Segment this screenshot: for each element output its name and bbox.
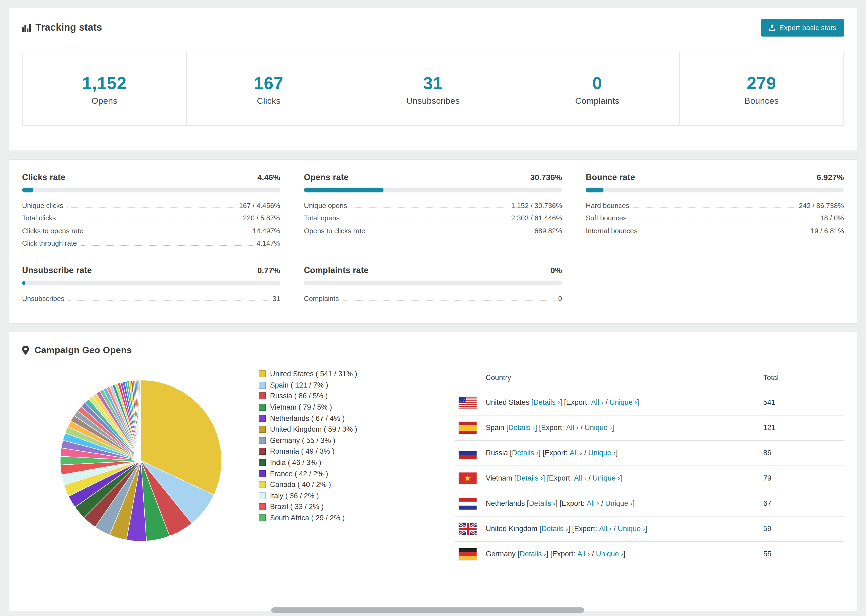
rate-panel-header: Complaints rate0% xyxy=(304,266,562,275)
details-link[interactable]: Details › xyxy=(512,449,539,457)
rate-stat-value: 0 xyxy=(558,294,562,302)
rate-value: 30.736% xyxy=(531,173,562,182)
separator: / xyxy=(599,499,605,508)
details-link[interactable]: Details › xyxy=(520,550,546,558)
bracket: ] [Export: xyxy=(535,424,566,432)
bracket: [ xyxy=(540,525,542,533)
rate-panel-header: Unsubscribe rate0.77% xyxy=(22,266,280,275)
bracket: ] xyxy=(616,449,618,457)
rate-stat-row: Internal bounces19 / 6.81% xyxy=(586,224,844,237)
progress-bar-fill xyxy=(22,188,34,192)
separator: / xyxy=(590,550,596,558)
dotted-leader xyxy=(60,220,239,220)
horizontal-scrollbar[interactable] xyxy=(271,607,584,613)
legend-item: South Africa ( 29 / 2% ) xyxy=(259,512,405,523)
stat-value: 1,152 xyxy=(23,74,186,94)
country-name: United States xyxy=(486,398,531,406)
stat-label: Complaints xyxy=(515,96,679,106)
legend-item: Brazil ( 33 / 2% ) xyxy=(259,501,405,512)
export-all-link[interactable]: All › xyxy=(599,525,612,533)
stat-label: Clicks xyxy=(187,96,351,106)
country-cell: Vietnam [Details ›] [Export: All › / Uni… xyxy=(455,465,763,491)
legend-swatch xyxy=(259,492,266,499)
export-all-link[interactable]: All › xyxy=(574,474,587,482)
export-unique-link[interactable]: Unique › xyxy=(618,525,645,533)
legend-label: Russia ( 86 / 5% ) xyxy=(270,392,328,400)
separator: / xyxy=(603,398,610,406)
country-cell-content: Russia [Details ›] [Export: All › / Uniq… xyxy=(455,447,763,459)
rate-stat-value: 18 / 0% xyxy=(820,214,844,222)
bracket: [ xyxy=(506,424,509,432)
legend-swatch xyxy=(259,382,266,389)
legend-swatch xyxy=(259,448,266,455)
rate-stat-row: Complaints0 xyxy=(304,292,562,305)
legend-label: Vietnam ( 79 / 5% ) xyxy=(270,403,332,411)
export-unique-link[interactable]: Unique › xyxy=(610,398,637,406)
progress-bar xyxy=(22,188,280,192)
geo-table-header-row: Country Total xyxy=(455,365,844,390)
export-all-link[interactable]: All › xyxy=(578,550,590,558)
export-unique-link[interactable]: Unique › xyxy=(605,499,633,508)
total-cell: 67 xyxy=(763,491,844,516)
export-all-link[interactable]: All › xyxy=(587,499,599,508)
legend-swatch xyxy=(259,404,266,411)
stat-box: 0Complaints xyxy=(515,52,679,125)
export-all-link[interactable]: All › xyxy=(566,424,579,432)
legend-item: Netherlands ( 67 / 4% ) xyxy=(259,413,405,424)
export-unique-link[interactable]: Unique › xyxy=(588,449,616,457)
dotted-leader xyxy=(351,207,507,208)
rate-panel: Bounce rate6.927%Hard bounces242 / 86.73… xyxy=(586,173,844,250)
rate-stat-row: Total opens2,303 / 61.446% xyxy=(304,212,562,224)
pie-svg xyxy=(58,377,224,544)
export-basic-stats-button[interactable]: Export basic stats xyxy=(761,19,844,36)
country-cell: Germany [Details ›] [Export: All › / Uni… xyxy=(455,541,763,566)
country-cell-content: United States [Details ›] [Export: All ›… xyxy=(455,396,763,408)
rate-stat-value: 220 / 5.87% xyxy=(243,214,280,222)
bracket: ] xyxy=(624,550,625,558)
export-unique-link[interactable]: Unique › xyxy=(585,424,612,432)
legend-swatch xyxy=(259,437,266,444)
rate-stat-row: Hard bounces242 / 86.738% xyxy=(586,199,844,212)
export-all-link[interactable]: All › xyxy=(570,449,582,457)
es-flag-icon xyxy=(459,422,477,434)
export-button-label: Export basic stats xyxy=(779,24,836,32)
rate-stat-label: Unique clicks xyxy=(22,201,63,209)
rate-stat-row: Opens to clicks rate689.82% xyxy=(304,224,562,237)
table-row: Russia [Details ›] [Export: All › / Uniq… xyxy=(455,440,844,465)
details-link[interactable]: Details › xyxy=(533,398,560,406)
dotted-leader xyxy=(343,220,507,220)
legend-label: Netherlands ( 67 / 4% ) xyxy=(270,414,345,422)
rate-panel: Clicks rate4.46%Unique clicks167 / 4.456… xyxy=(22,173,280,250)
bar-chart-icon xyxy=(22,24,31,32)
country-cell: Netherlands [Details ›] [Export: All › /… xyxy=(455,491,763,516)
progress-bar-fill xyxy=(586,188,603,192)
details-link[interactable]: Details › xyxy=(529,499,556,508)
rate-stat-label: Total opens xyxy=(304,214,340,222)
export-all-link[interactable]: All › xyxy=(591,398,604,406)
geo-table: Country Total United States [Details ›] … xyxy=(455,365,844,566)
details-link[interactable]: Details › xyxy=(542,525,568,533)
details-link[interactable]: Details › xyxy=(508,424,535,432)
rate-stat-row: Total clicks220 / 5.87% xyxy=(22,212,280,224)
bracket: ] [Export: xyxy=(546,550,578,558)
geo-table-header-total: Total xyxy=(763,365,844,390)
rates-card: Clicks rate4.46%Unique clicks167 / 4.456… xyxy=(9,159,857,323)
legend-label: South Africa ( 29 / 2% ) xyxy=(270,514,345,522)
legend-label: Spain ( 121 / 7% ) xyxy=(270,381,328,389)
bracket: [ xyxy=(531,398,534,406)
geo-opens-title: Campaign Geo Opens xyxy=(35,345,132,355)
stat-box: 31Unsubscribes xyxy=(351,52,515,125)
rate-stat-value: 19 / 6.81% xyxy=(811,226,844,235)
country-cell-content: Netherlands [Details ›] [Export: All › /… xyxy=(455,498,763,509)
details-link[interactable]: Details › xyxy=(516,474,543,482)
legend-item: France ( 42 / 2% ) xyxy=(259,468,405,479)
bracket: [ xyxy=(510,449,512,457)
bracket: [ xyxy=(518,550,520,558)
legend-label: United States ( 541 / 31% ) xyxy=(270,370,357,378)
export-unique-link[interactable]: Unique › xyxy=(592,474,620,482)
tracking-stats-header: Tracking stats Export basic stats xyxy=(22,19,844,36)
rate-panel-header: Bounce rate6.927% xyxy=(586,173,844,182)
export-unique-link[interactable]: Unique › xyxy=(596,550,624,558)
bracket: [ xyxy=(527,499,529,508)
progress-bar xyxy=(304,188,562,192)
